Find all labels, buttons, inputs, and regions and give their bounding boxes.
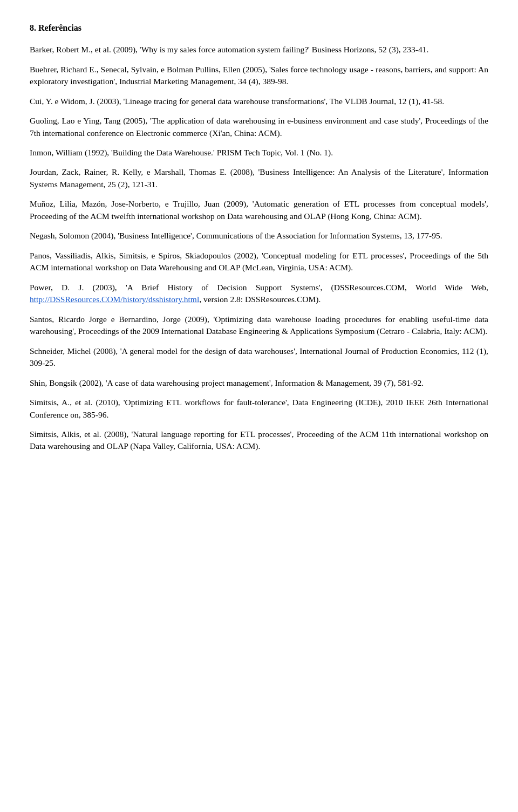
reference-entry-power: Power, D. J. (2003), 'A Brief History of… bbox=[30, 282, 488, 306]
references-list: Barker, Robert M., et al. (2009), 'Why i… bbox=[30, 44, 488, 453]
reference-entry-schneider: Schneider, Michel (2008), 'A general mod… bbox=[30, 345, 488, 370]
section-heading: 8. Referências bbox=[30, 22, 488, 34]
reference-entry-barker: Barker, Robert M., et al. (2009), 'Why i… bbox=[30, 44, 488, 56]
reference-entry-cui: Cui, Y. e Widom, J. (2003), 'Lineage tra… bbox=[30, 95, 488, 107]
reference-entry-santos: Santos, Ricardo Jorge e Bernardino, Jorg… bbox=[30, 313, 488, 338]
reference-entry-munoz: Muñoz, Lilia, Mazón, Jose-Norberto, e Tr… bbox=[30, 198, 488, 222]
dss-link[interactable]: http://DSSResources.COM/history/dsshisto… bbox=[30, 295, 199, 304]
reference-entry-shin: Shin, Bongsik (2002), 'A case of data wa… bbox=[30, 377, 488, 389]
reference-entry-simitsis2008: Simitsis, Alkis, et al. (2008), 'Natural… bbox=[30, 428, 488, 453]
reference-entry-jourdan: Jourdan, Zack, Rainer, R. Kelly, e Marsh… bbox=[30, 166, 488, 190]
reference-entry-negash: Negash, Solomon (2004), 'Business Intell… bbox=[30, 230, 488, 242]
reference-entry-simitsis2010: Simitsis, A., et al. (2010), 'Optimizing… bbox=[30, 397, 488, 421]
reference-entry-buehrer: Buehrer, Richard E., Senecal, Sylvain, e… bbox=[30, 64, 488, 88]
reference-entry-guoling: Guoling, Lao e Ying, Tang (2005), 'The a… bbox=[30, 115, 488, 139]
reference-entry-inmon: Inmon, William (1992), 'Building the Dat… bbox=[30, 147, 488, 159]
reference-entry-panos: Panos, Vassiliadis, Alkis, Simitsis, e S… bbox=[30, 250, 488, 274]
